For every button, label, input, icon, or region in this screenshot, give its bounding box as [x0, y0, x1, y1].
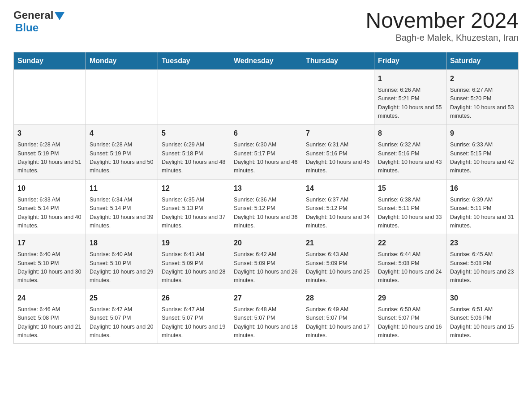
day-info: Sunrise: 6:35 AM Sunset: 5:13 PM Dayligh…: [162, 196, 226, 231]
day-info: Sunrise: 6:37 AM Sunset: 5:12 PM Dayligh…: [306, 196, 370, 231]
calendar-cell: [158, 69, 230, 124]
day-number: 18: [90, 238, 154, 248]
day-info: Sunrise: 6:47 AM Sunset: 5:07 PM Dayligh…: [162, 305, 226, 340]
calendar-header-friday: Friday: [374, 52, 446, 69]
day-info: Sunrise: 6:29 AM Sunset: 5:18 PM Dayligh…: [162, 141, 226, 176]
calendar-cell: 11Sunrise: 6:34 AM Sunset: 5:14 PM Dayli…: [86, 179, 158, 234]
calendar-cell: 8Sunrise: 6:32 AM Sunset: 5:16 PM Daylig…: [374, 124, 446, 180]
day-number: 30: [450, 293, 515, 304]
logo: General Blue: [13, 9, 64, 34]
calendar-cell: 2Sunrise: 6:27 AM Sunset: 5:20 PM Daylig…: [446, 69, 519, 124]
day-number: 9: [450, 128, 515, 139]
day-number: 3: [17, 128, 82, 139]
calendar-week-4: 17Sunrise: 6:40 AM Sunset: 5:10 PM Dayli…: [14, 234, 519, 289]
day-info: Sunrise: 6:32 AM Sunset: 5:16 PM Dayligh…: [378, 141, 442, 176]
day-info: Sunrise: 6:47 AM Sunset: 5:07 PM Dayligh…: [90, 305, 154, 340]
day-info: Sunrise: 6:44 AM Sunset: 5:08 PM Dayligh…: [378, 250, 442, 285]
calendar-cell: [86, 69, 158, 124]
day-number: 1: [378, 73, 442, 84]
calendar-cell: 5Sunrise: 6:29 AM Sunset: 5:18 PM Daylig…: [158, 124, 230, 180]
calendar-cell: 20Sunrise: 6:42 AM Sunset: 5:09 PM Dayli…: [230, 234, 302, 289]
day-number: 8: [378, 128, 442, 139]
day-info: Sunrise: 6:34 AM Sunset: 5:14 PM Dayligh…: [90, 196, 154, 231]
calendar-week-3: 10Sunrise: 6:33 AM Sunset: 5:14 PM Dayli…: [14, 179, 519, 234]
calendar-cell: 3Sunrise: 6:28 AM Sunset: 5:19 PM Daylig…: [14, 124, 86, 180]
calendar-header-sunday: Sunday: [14, 52, 86, 69]
day-info: Sunrise: 6:48 AM Sunset: 5:07 PM Dayligh…: [234, 305, 298, 340]
day-number: 21: [306, 238, 370, 248]
svg-marker-0: [55, 12, 64, 20]
day-number: 26: [162, 293, 226, 304]
day-info: Sunrise: 6:45 AM Sunset: 5:08 PM Dayligh…: [450, 250, 515, 285]
calendar-cell: 24Sunrise: 6:46 AM Sunset: 5:08 PM Dayli…: [14, 289, 86, 344]
calendar-cell: 13Sunrise: 6:36 AM Sunset: 5:12 PM Dayli…: [230, 179, 302, 234]
day-number: 23: [450, 238, 515, 248]
calendar-cell: 28Sunrise: 6:49 AM Sunset: 5:07 PM Dayli…: [302, 289, 374, 344]
day-number: 6: [234, 128, 298, 139]
calendar-cell: [230, 69, 302, 124]
day-number: 2: [450, 73, 515, 84]
calendar-cell: 30Sunrise: 6:51 AM Sunset: 5:06 PM Dayli…: [446, 289, 519, 344]
day-info: Sunrise: 6:33 AM Sunset: 5:15 PM Dayligh…: [450, 141, 515, 176]
calendar-cell: 23Sunrise: 6:45 AM Sunset: 5:08 PM Dayli…: [446, 234, 519, 289]
logo-triangle-icon: [55, 12, 64, 20]
day-info: Sunrise: 6:27 AM Sunset: 5:20 PM Dayligh…: [450, 86, 515, 121]
calendar-header-row: SundayMondayTuesdayWednesdayThursdayFrid…: [14, 52, 519, 69]
page-title: November 2024: [365, 9, 519, 33]
page-header: General Blue November 2024 Bagh-e Malek,…: [13, 9, 519, 43]
day-number: 24: [17, 293, 82, 304]
calendar-cell: 6Sunrise: 6:30 AM Sunset: 5:17 PM Daylig…: [230, 124, 302, 180]
calendar-cell: 18Sunrise: 6:40 AM Sunset: 5:10 PM Dayli…: [86, 234, 158, 289]
day-info: Sunrise: 6:33 AM Sunset: 5:14 PM Dayligh…: [17, 196, 82, 231]
day-info: Sunrise: 6:50 AM Sunset: 5:07 PM Dayligh…: [378, 305, 442, 340]
day-info: Sunrise: 6:39 AM Sunset: 5:11 PM Dayligh…: [450, 196, 515, 231]
calendar-cell: 29Sunrise: 6:50 AM Sunset: 5:07 PM Dayli…: [374, 289, 446, 344]
page-subtitle: Bagh-e Malek, Khuzestan, Iran: [365, 33, 519, 43]
calendar-header-tuesday: Tuesday: [158, 52, 230, 69]
day-number: 20: [234, 238, 298, 248]
logo-blue-text: Blue: [15, 21, 39, 34]
day-info: Sunrise: 6:30 AM Sunset: 5:17 PM Dayligh…: [234, 141, 298, 176]
day-number: 5: [162, 128, 226, 139]
calendar-cell: 12Sunrise: 6:35 AM Sunset: 5:13 PM Dayli…: [158, 179, 230, 234]
calendar-cell: 21Sunrise: 6:43 AM Sunset: 5:09 PM Dayli…: [302, 234, 374, 289]
day-number: 7: [306, 128, 370, 139]
calendar-table: SundayMondayTuesdayWednesdayThursdayFrid…: [13, 52, 519, 344]
day-info: Sunrise: 6:26 AM Sunset: 5:21 PM Dayligh…: [378, 86, 442, 121]
logo-general-text: General: [13, 9, 53, 21]
calendar-cell: 27Sunrise: 6:48 AM Sunset: 5:07 PM Dayli…: [230, 289, 302, 344]
logo-top: General: [13, 9, 64, 21]
day-info: Sunrise: 6:40 AM Sunset: 5:10 PM Dayligh…: [90, 250, 154, 285]
calendar-header-monday: Monday: [86, 52, 158, 69]
day-number: 10: [17, 183, 82, 194]
day-number: 28: [306, 293, 370, 304]
day-number: 25: [90, 293, 154, 304]
day-info: Sunrise: 6:38 AM Sunset: 5:11 PM Dayligh…: [378, 196, 442, 231]
calendar-cell: 9Sunrise: 6:33 AM Sunset: 5:15 PM Daylig…: [446, 124, 519, 180]
day-number: 27: [234, 293, 298, 304]
day-info: Sunrise: 6:51 AM Sunset: 5:06 PM Dayligh…: [450, 305, 515, 340]
logo-bottom: Blue: [13, 21, 64, 34]
calendar-cell: 10Sunrise: 6:33 AM Sunset: 5:14 PM Dayli…: [14, 179, 86, 234]
day-number: 15: [378, 183, 442, 194]
calendar-cell: 26Sunrise: 6:47 AM Sunset: 5:07 PM Dayli…: [158, 289, 230, 344]
calendar-cell: [14, 69, 86, 124]
day-number: 22: [378, 238, 442, 248]
day-info: Sunrise: 6:40 AM Sunset: 5:10 PM Dayligh…: [17, 250, 82, 285]
calendar-cell: 7Sunrise: 6:31 AM Sunset: 5:16 PM Daylig…: [302, 124, 374, 180]
calendar-cell: 4Sunrise: 6:28 AM Sunset: 5:19 PM Daylig…: [86, 124, 158, 180]
day-number: 4: [90, 128, 154, 139]
day-number: 17: [17, 238, 82, 248]
day-number: 11: [90, 183, 154, 194]
calendar-cell: 16Sunrise: 6:39 AM Sunset: 5:11 PM Dayli…: [446, 179, 519, 234]
day-info: Sunrise: 6:28 AM Sunset: 5:19 PM Dayligh…: [17, 141, 82, 176]
calendar-cell: 17Sunrise: 6:40 AM Sunset: 5:10 PM Dayli…: [14, 234, 86, 289]
day-number: 19: [162, 238, 226, 248]
calendar-header-wednesday: Wednesday: [230, 52, 302, 69]
calendar-header-thursday: Thursday: [302, 52, 374, 69]
calendar-cell: 15Sunrise: 6:38 AM Sunset: 5:11 PM Dayli…: [374, 179, 446, 234]
calendar-cell: 25Sunrise: 6:47 AM Sunset: 5:07 PM Dayli…: [86, 289, 158, 344]
title-block: November 2024 Bagh-e Malek, Khuzestan, I…: [365, 9, 519, 43]
day-number: 29: [378, 293, 442, 304]
calendar-week-2: 3Sunrise: 6:28 AM Sunset: 5:19 PM Daylig…: [14, 124, 519, 180]
